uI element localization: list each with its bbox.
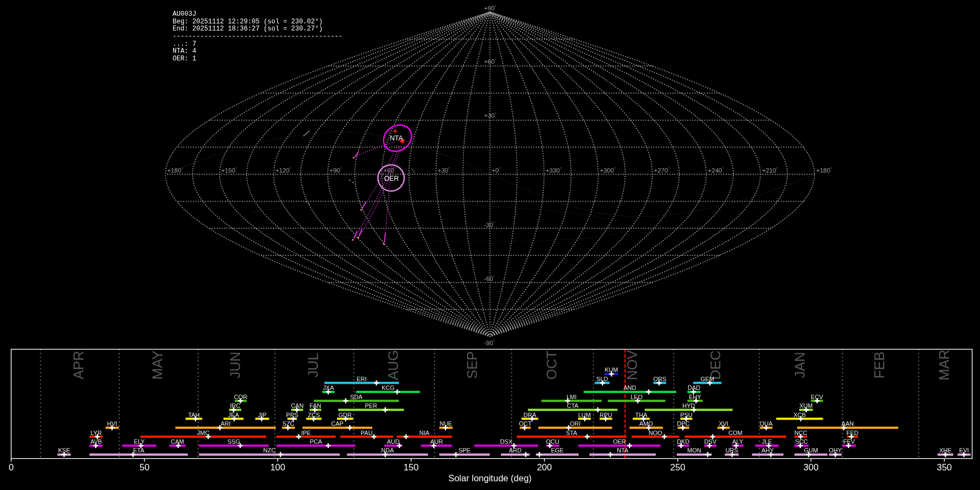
svg-text:FED: FED <box>847 430 859 436</box>
svg-text:+150°: +150° <box>221 167 237 174</box>
svg-text:NIA: NIA <box>419 430 430 436</box>
svg-text:LYR: LYR <box>90 430 102 436</box>
svg-text:+270°: +270° <box>654 167 670 174</box>
svg-text:THA: THA <box>635 412 648 418</box>
svg-text:+300°: +300° <box>600 167 616 174</box>
svg-text:+60°: +60° <box>484 58 497 65</box>
svg-text:OCU: OCU <box>546 438 560 445</box>
svg-text:SEP: SEP <box>464 351 480 379</box>
svg-text:JAN: JAN <box>792 352 807 378</box>
svg-text:AU003J: AU003J <box>173 10 197 18</box>
svg-text:KCG: KCG <box>382 384 395 391</box>
svg-text:OER: OER <box>384 175 399 182</box>
svg-text:Solar longitude (deg): Solar longitude (deg) <box>448 473 531 483</box>
svg-text:200: 200 <box>537 462 552 472</box>
svg-text:ARI: ARI <box>220 420 230 427</box>
svg-text:EGE: EGE <box>551 447 564 454</box>
svg-text:IPE: IPE <box>301 430 311 436</box>
svg-text:SSG: SSG <box>228 438 240 445</box>
svg-text:50: 50 <box>139 462 149 472</box>
svg-text:EHY: EHY <box>689 394 701 400</box>
svg-text:ARD: ARD <box>509 447 522 454</box>
svg-text:GEM: GEM <box>701 376 714 382</box>
svg-text:NZC: NZC <box>264 447 276 454</box>
svg-text:PCA: PCA <box>310 438 322 445</box>
svg-text:XCB: XCB <box>793 412 806 418</box>
svg-text:Beg: 20251112 12:29:05 (sol =: Beg: 20251112 12:29:05 (sol = 230.02°) <box>173 18 323 26</box>
svg-text:NTA: NTA <box>617 447 629 454</box>
svg-text:350: 350 <box>937 462 952 472</box>
svg-text:PAU: PAU <box>361 430 373 436</box>
svg-text:ORS: ORS <box>653 376 666 382</box>
svg-text:DSV: DSV <box>704 438 716 445</box>
svg-text:COM: COM <box>728 430 743 436</box>
svg-text:0: 0 <box>9 462 14 472</box>
svg-text:DKD: DKD <box>677 438 689 445</box>
svg-text:AUD: AUD <box>387 438 400 445</box>
svg-text:NOO: NOO <box>648 430 663 436</box>
svg-text:+30°: +30° <box>438 167 450 174</box>
svg-text:CAM: CAM <box>171 438 184 445</box>
svg-text:MON: MON <box>687 447 701 454</box>
svg-text:PPS: PPS <box>286 412 298 418</box>
svg-text:DSX: DSX <box>500 438 512 445</box>
svg-text:PER: PER <box>365 402 377 409</box>
svg-text:SDA: SDA <box>350 394 363 400</box>
svg-text:100: 100 <box>270 462 285 472</box>
svg-text:OCT: OCT <box>544 351 559 380</box>
svg-text:CTA: CTA <box>567 402 579 409</box>
svg-text:+330°: +330° <box>546 167 561 174</box>
svg-text:+180°: +180° <box>167 167 183 174</box>
svg-text:DRA: DRA <box>524 412 537 418</box>
svg-text:OER: OER <box>613 438 626 445</box>
svg-text:IRC: IRC <box>230 402 240 409</box>
svg-text:NTA: NTA <box>390 134 403 142</box>
svg-text:+90°: +90° <box>484 4 497 11</box>
svg-text:+210°: +210° <box>762 167 778 174</box>
svg-text:NDA: NDA <box>381 447 394 454</box>
svg-text:JUN: JUN <box>228 352 243 379</box>
svg-text:JUL: JUL <box>305 353 321 377</box>
svg-text:CAP: CAP <box>331 420 344 427</box>
svg-text:SPE: SPE <box>458 447 470 454</box>
svg-text:MAY: MAY <box>150 351 165 379</box>
svg-text:+240°: +240° <box>708 167 724 174</box>
svg-text:GUM: GUM <box>804 447 818 454</box>
svg-text:+180°: +180° <box>816 167 832 174</box>
svg-text:+90°: +90° <box>329 167 342 174</box>
svg-text:MAR: MAR <box>936 350 952 381</box>
svg-text:+120°: +120° <box>275 167 291 174</box>
svg-text:NOV: NOV <box>624 350 640 380</box>
svg-text:LEO: LEO <box>630 394 642 400</box>
svg-text:+30°: +30° <box>484 112 497 119</box>
svg-text:ORI: ORI <box>570 420 581 427</box>
svg-text:SCC: SCC <box>795 438 808 445</box>
svg-text:+60°: +60° <box>383 167 396 174</box>
svg-text:APR: APR <box>71 351 86 379</box>
svg-text:...: 7: ...: 7 <box>173 40 197 48</box>
svg-text:OCT: OCT <box>519 420 532 427</box>
svg-text:NTA: 4: NTA: 4 <box>173 47 197 55</box>
svg-text:250: 250 <box>670 462 685 472</box>
svg-text:TAH: TAH <box>188 412 199 418</box>
svg-text:FEV: FEV <box>843 438 855 445</box>
svg-text:AND: AND <box>623 384 636 391</box>
svg-text:AHY: AHY <box>762 447 774 454</box>
svg-text:STA: STA <box>566 430 578 436</box>
svg-text:------------------------------: ----------------------------------------… <box>173 33 342 40</box>
svg-text:OER: 1: OER: 1 <box>173 55 197 63</box>
svg-text:JLE: JLE <box>762 438 772 445</box>
svg-text:150: 150 <box>403 462 419 472</box>
svg-text:ELY: ELY <box>134 438 145 445</box>
svg-text:AMO: AMO <box>639 420 653 427</box>
svg-text:AUG: AUG <box>385 350 401 380</box>
svg-text:ETA: ETA <box>133 447 144 454</box>
svg-text:ALY: ALY <box>732 438 744 445</box>
svg-text:HYD: HYD <box>682 402 695 409</box>
svg-text:300: 300 <box>804 462 819 472</box>
svg-text:AUR: AUR <box>430 438 443 445</box>
svg-text:End: 20251112 18:36:27 (sol =: End: 20251112 18:36:27 (sol = 230.27°) <box>173 25 323 33</box>
svg-text:ERI: ERI <box>357 376 366 382</box>
svg-text:FEB: FEB <box>872 352 887 379</box>
